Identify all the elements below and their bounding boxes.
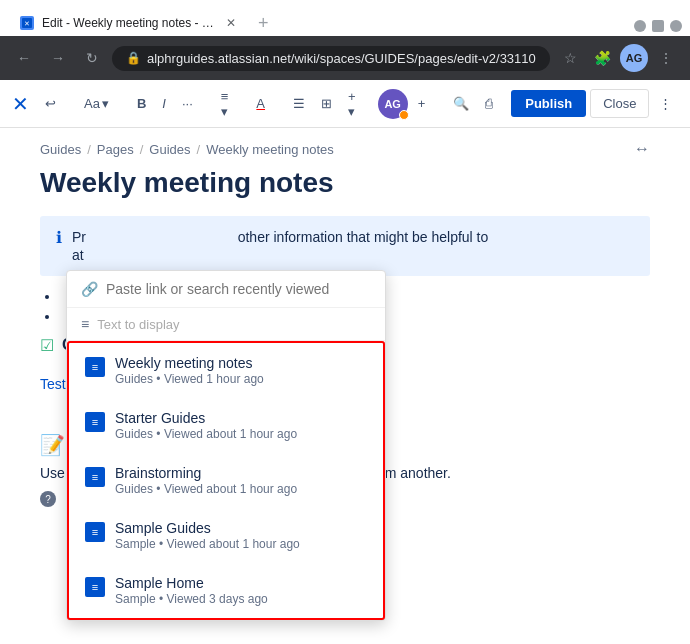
forward-button[interactable]: → <box>44 44 72 72</box>
breadcrumb-sep-1: / <box>87 142 91 157</box>
item-title-1: Starter Guides <box>115 410 367 426</box>
breadcrumb: Guides / Pages / Guides / Weekly meeting… <box>40 128 650 166</box>
align-button[interactable]: ≡ ▾ <box>215 85 235 123</box>
add-button[interactable]: + <box>412 92 432 115</box>
dropdown-item-2[interactable]: ≡ Brainstorming Guides • Viewed about 1 … <box>69 453 383 508</box>
insert-button[interactable]: ⊞ <box>315 92 338 115</box>
breadcrumb-sep-2: / <box>140 142 144 157</box>
item-content-0: Weekly meeting notes Guides • Viewed 1 h… <box>115 355 367 386</box>
text-display-label: Text to display <box>97 317 179 332</box>
link-icon: 🔗 <box>81 281 98 297</box>
maximize-button[interactable] <box>652 20 664 32</box>
page-content: Guides / Pages / Guides / Weekly meeting… <box>0 128 690 507</box>
dropdown-item-4[interactable]: ≡ Sample Home Sample • Viewed 3 days ago <box>69 563 383 618</box>
breadcrumb-pages[interactable]: Pages <box>97 142 134 157</box>
link-search-input[interactable] <box>106 281 371 297</box>
search-button[interactable]: 🔍 <box>447 92 475 115</box>
item-title-2: Brainstorming <box>115 465 367 481</box>
info-text: Pr other information that might be helpf… <box>72 228 488 264</box>
font-size-button[interactable]: Aa▾ <box>78 92 115 115</box>
color-button[interactable]: A <box>250 92 271 115</box>
active-tab: ✕ Edit - Weekly meeting notes - G... ✕ <box>8 10 248 36</box>
link-dropdown: 🔗 ≡ Text to display ≡ Weekly meeting not… <box>66 270 386 621</box>
item-meta-3: Sample • Viewed about 1 hour ago <box>115 537 367 551</box>
item-title-3: Sample Guides <box>115 520 367 536</box>
address-text: alphrguides.atlassian.net/wiki/spaces/GU… <box>147 51 536 66</box>
item-icon-1: ≡ <box>85 412 105 432</box>
check-icon: ☑ <box>40 336 54 355</box>
breadcrumb-current: Weekly meeting notes <box>206 142 334 157</box>
text-display-icon: ≡ <box>81 316 89 332</box>
item-content-1: Starter Guides Guides • Viewed about 1 h… <box>115 410 367 441</box>
bullets-button[interactable]: ☰ <box>287 92 311 115</box>
profile-button[interactable]: AG <box>620 44 648 72</box>
close-button[interactable]: Close <box>590 89 649 118</box>
minimize-button[interactable] <box>634 20 646 32</box>
breadcrumb-guides-2[interactable]: Guides <box>149 142 190 157</box>
more-text-button[interactable]: ··· <box>176 92 199 115</box>
breadcrumb-guides[interactable]: Guides <box>40 142 81 157</box>
help-icon[interactable]: ? <box>40 491 56 507</box>
info-icon: ℹ <box>56 228 62 264</box>
nav-bar: ← → ↻ 🔒 alphrguides.atlassian.net/wiki/s… <box>0 36 690 80</box>
extension-icon[interactable]: 🧩 <box>588 44 616 72</box>
share-button[interactable]: ⎙ <box>479 92 499 115</box>
tab-bar: ✕ Edit - Weekly meeting notes - G... ✕ + <box>0 0 690 36</box>
tab-title: Edit - Weekly meeting notes - G... <box>42 16 218 30</box>
italic-button[interactable]: I <box>156 92 172 115</box>
text-display-row: ≡ Text to display <box>67 308 385 341</box>
item-title-4: Sample Home <box>115 575 367 591</box>
item-content-4: Sample Home Sample • Viewed 3 days ago <box>115 575 367 606</box>
item-icon-2: ≡ <box>85 467 105 487</box>
refresh-button[interactable]: ↻ <box>78 44 106 72</box>
more-options-button[interactable]: ⋮ <box>653 92 678 115</box>
link-input-row: 🔗 <box>67 271 385 308</box>
bookmark-icon[interactable]: ☆ <box>556 44 584 72</box>
dropdown-item-0[interactable]: ≡ Weekly meeting notes Guides • Viewed 1… <box>69 343 383 398</box>
dropdown-items-container: ≡ Weekly meeting notes Guides • Viewed 1… <box>67 341 385 620</box>
item-icon-0: ≡ <box>85 357 105 377</box>
item-icon-4: ≡ <box>85 577 105 597</box>
item-meta-2: Guides • Viewed about 1 hour ago <box>115 482 367 496</box>
avatar-container: AG <box>378 89 408 119</box>
item-meta-0: Guides • Viewed 1 hour ago <box>115 372 367 386</box>
publish-button[interactable]: Publish <box>511 90 586 117</box>
confluence-logo: ✕ <box>12 92 29 116</box>
item-meta-1: Guides • Viewed about 1 hour ago <box>115 427 367 441</box>
breadcrumb-sep-3: / <box>197 142 201 157</box>
item-title-0: Weekly meeting notes <box>115 355 367 371</box>
tab-favicon: ✕ <box>20 16 34 30</box>
editor-toolbar: ✕ ↩ Aa▾ B I ··· ≡ ▾ A ☰ ⊞ + ▾ AG + 🔍 ⎙ P… <box>0 80 690 128</box>
undo-button[interactable]: ↩ <box>39 92 62 115</box>
menu-icon[interactable]: ⋮ <box>652 44 680 72</box>
close-button[interactable] <box>670 20 682 32</box>
dropdown-item-1[interactable]: ≡ Starter Guides Guides • Viewed about 1… <box>69 398 383 453</box>
expand-icon[interactable]: ↔ <box>634 140 650 158</box>
page-title: Weekly meeting notes <box>40 166 650 200</box>
back-button[interactable]: ← <box>10 44 38 72</box>
item-content-2: Brainstorming Guides • Viewed about 1 ho… <box>115 465 367 496</box>
item-content-3: Sample Guides Sample • Viewed about 1 ho… <box>115 520 367 551</box>
section-icon: 📝 <box>40 433 65 457</box>
avatar-button[interactable]: AG <box>378 89 408 119</box>
item-meta-4: Sample • Viewed 3 days ago <box>115 592 367 606</box>
tab-close-icon[interactable]: ✕ <box>226 16 236 30</box>
address-bar[interactable]: 🔒 alphrguides.atlassian.net/wiki/spaces/… <box>112 46 550 71</box>
info-box: ℹ Pr other information that might be hel… <box>40 216 650 276</box>
svg-text:✕: ✕ <box>24 20 30 27</box>
dropdown-item-3[interactable]: ≡ Sample Guides Sample • Viewed about 1 … <box>69 508 383 563</box>
new-tab-button[interactable]: + <box>252 11 275 36</box>
avatar-badge <box>399 110 409 120</box>
item-icon-3: ≡ <box>85 522 105 542</box>
more-insert-button[interactable]: + ▾ <box>342 85 362 123</box>
bold-button[interactable]: B <box>131 92 152 115</box>
browser-chrome: ✕ Edit - Weekly meeting notes - G... ✕ +… <box>0 0 690 80</box>
lock-icon: 🔒 <box>126 51 141 65</box>
